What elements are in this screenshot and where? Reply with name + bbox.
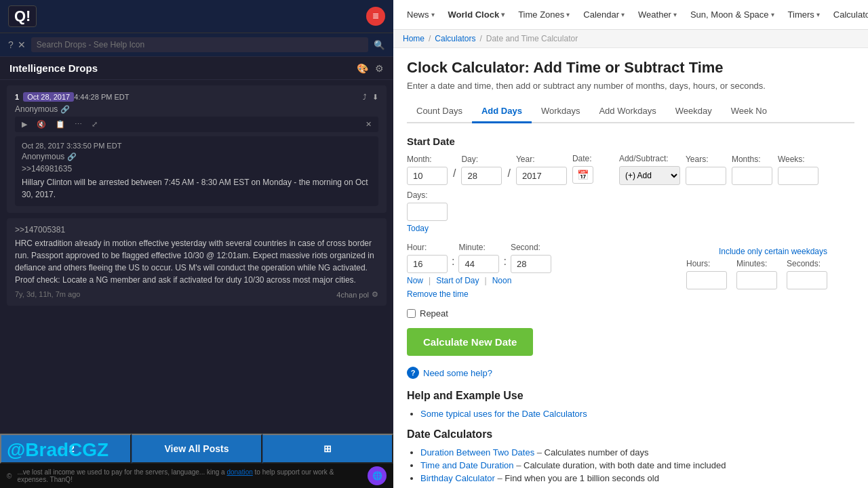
include-weekdays-link[interactable]: Include only certain weekdays bbox=[719, 247, 827, 256]
play-btn[interactable]: ▶ bbox=[19, 119, 30, 130]
repeat-checkbox[interactable] bbox=[407, 309, 416, 318]
mute-btn[interactable]: 🔇 bbox=[34, 119, 49, 130]
second-group: Second: bbox=[511, 243, 551, 273]
birthday-link[interactable]: Birthday Calculator bbox=[420, 473, 495, 483]
seconds-add-group: Seconds: bbox=[787, 259, 827, 289]
add-subtract-select[interactable]: (+) Add bbox=[619, 166, 680, 185]
nav-calendar[interactable]: Calendar ▾ bbox=[578, 5, 630, 24]
drop-2-ref: >>147005381 bbox=[15, 225, 378, 235]
q-logo: Q! bbox=[8, 5, 37, 27]
download-icon[interactable]: ⬇ bbox=[372, 93, 378, 102]
hours-add-input[interactable] bbox=[686, 271, 727, 289]
duration-link[interactable]: Duration Between Two Dates bbox=[420, 447, 534, 458]
month-input[interactable] bbox=[407, 167, 448, 185]
breadcrumb-home[interactable]: Home bbox=[403, 34, 425, 43]
nav-weather[interactable]: Weather ▾ bbox=[633, 5, 682, 24]
add-subtract-group: Add/Subtract: (+) Add bbox=[619, 154, 680, 185]
search-bar: ? ✕ 🔍 bbox=[0, 33, 393, 57]
nav-timers[interactable]: Timers ▾ bbox=[783, 5, 825, 24]
close-toolbar-btn[interactable]: ✕ bbox=[363, 119, 374, 130]
weeks-input[interactable] bbox=[778, 167, 818, 185]
section-title: Intelligence Drops bbox=[9, 62, 98, 74]
days-group: Days: bbox=[407, 190, 448, 221]
second-input[interactable] bbox=[511, 255, 551, 273]
days-input[interactable] bbox=[407, 203, 448, 221]
year-group: Year: bbox=[516, 155, 567, 185]
settings-icon[interactable]: ⚙ bbox=[375, 63, 384, 74]
years-input[interactable] bbox=[686, 167, 726, 185]
page-desc: Enter a date and time, then add or subtr… bbox=[407, 81, 854, 91]
section-icons: 🎨 ⚙ bbox=[357, 63, 384, 74]
help-list-item: Some typical uses for the Date Calculato… bbox=[420, 409, 854, 419]
date-calc-item-3: Birthday Calculator – Find when you are … bbox=[420, 473, 854, 483]
bottom-text: ...ve lost all income we used to pay for… bbox=[17, 468, 362, 483]
expand-nav-button[interactable]: ⊞ bbox=[262, 434, 393, 464]
menu-button[interactable]: ≡ bbox=[366, 7, 385, 26]
more-btn[interactable]: ⋯ bbox=[72, 119, 85, 130]
year-input[interactable] bbox=[516, 167, 567, 185]
tab-add-days[interactable]: Add Days bbox=[472, 100, 532, 123]
typical-uses-link[interactable]: Some typical uses for the Date Calculato… bbox=[420, 409, 587, 419]
colon-2: : bbox=[503, 256, 506, 268]
time-date-link[interactable]: Time and Date Duration bbox=[420, 460, 514, 470]
time-links: Now | Start of Day | Noon bbox=[407, 276, 551, 285]
tabs: Count Days Add Days Workdays Add Workday… bbox=[407, 100, 854, 123]
link-icon: 🔗 bbox=[60, 105, 70, 114]
months-label: Months: bbox=[732, 155, 772, 164]
time-section: Hour: : Minute: : Second: bbox=[407, 243, 854, 299]
nav-world-clock[interactable]: World Clock ▾ bbox=[443, 5, 511, 24]
nested-date: Oct 28, 2017 3:33:50 PM EDT bbox=[22, 142, 372, 150]
remove-time-link[interactable]: Remove the time bbox=[407, 289, 469, 299]
start-of-day-link[interactable]: Start of Day bbox=[436, 276, 479, 285]
main-content: Clock Calculator: Add Time or Subtract T… bbox=[393, 48, 868, 488]
minutes-add-input[interactable] bbox=[736, 271, 777, 289]
purple-icon[interactable]: 🌐 bbox=[368, 466, 387, 485]
start-date-section: Start Date Month: / Day: / Year: bbox=[407, 136, 854, 233]
day-group: Day: bbox=[461, 155, 502, 185]
left-header: Q! ≡ bbox=[0, 0, 393, 33]
tab-add-workdays[interactable]: Add Workdays bbox=[589, 100, 665, 123]
expand-btn[interactable]: ⤢ bbox=[89, 119, 100, 130]
nav-sun-moon[interactable]: Sun, Moon & Space ▾ bbox=[685, 5, 780, 24]
tab-workdays[interactable]: Workdays bbox=[532, 100, 590, 123]
noon-link[interactable]: Noon bbox=[492, 276, 512, 285]
calculate-button[interactable]: Calculate New Date bbox=[407, 328, 533, 356]
drop-item-2: >>147005381 HRC extradition already in m… bbox=[7, 218, 387, 306]
seconds-add-input[interactable] bbox=[787, 271, 827, 289]
minute-input[interactable] bbox=[458, 255, 499, 273]
search-submit-button[interactable]: 🔍 bbox=[374, 40, 385, 50]
nav-calculators[interactable]: Calculators ▾ bbox=[828, 5, 868, 24]
date-calc-item-2: Time and Date Duration – Calculate durat… bbox=[420, 460, 854, 470]
nav-news[interactable]: News ▾ bbox=[401, 5, 440, 24]
tab-weekday[interactable]: Weekday bbox=[666, 100, 722, 123]
now-link[interactable]: Now bbox=[407, 276, 423, 285]
paint-icon[interactable]: 🎨 bbox=[357, 63, 368, 74]
tab-week-no[interactable]: Week No bbox=[722, 100, 776, 123]
copy-btn[interactable]: 📋 bbox=[53, 119, 68, 130]
day-input[interactable] bbox=[461, 167, 502, 185]
hour-input[interactable] bbox=[407, 255, 448, 273]
date-calc-item-1: Duration Between Two Dates – Calculates … bbox=[420, 447, 854, 458]
view-all-button[interactable]: View All Posts bbox=[132, 434, 262, 464]
source-icon: ⚙ bbox=[372, 290, 378, 299]
help-icon-btn[interactable]: ? bbox=[8, 39, 14, 50]
tab-count-days[interactable]: Count Days bbox=[407, 100, 472, 123]
calendar-button[interactable]: 📅 bbox=[572, 166, 593, 184]
source-badge: 4chan pol ⚙ bbox=[336, 290, 378, 299]
date-icon-label: Date: bbox=[572, 154, 593, 163]
hms-row: Hours: Minutes: Seconds: bbox=[686, 259, 827, 289]
hour-group: Hour: bbox=[407, 243, 448, 273]
share-icon[interactable]: ⤴ bbox=[363, 93, 367, 102]
search-input[interactable] bbox=[31, 37, 368, 52]
nav-time-zones[interactable]: Time Zones ▾ bbox=[513, 5, 575, 24]
slash-2: / bbox=[507, 167, 510, 180]
left-panel: Q! ≡ ? ✕ 🔍 Intelligence Drops 🎨 ⚙ 1 Oct … bbox=[0, 0, 393, 488]
months-input[interactable] bbox=[732, 167, 772, 185]
help-row[interactable]: ? Need some help? bbox=[407, 367, 854, 379]
drop-1-time: 4:44:28 PM EDT bbox=[74, 93, 129, 101]
breadcrumb-calculators[interactable]: Calculators bbox=[435, 34, 475, 43]
colon-1: : bbox=[452, 256, 454, 268]
close-icon-btn[interactable]: ✕ bbox=[18, 39, 26, 50]
minute-label: Minute: bbox=[458, 243, 499, 252]
today-link[interactable]: Today bbox=[407, 224, 854, 233]
